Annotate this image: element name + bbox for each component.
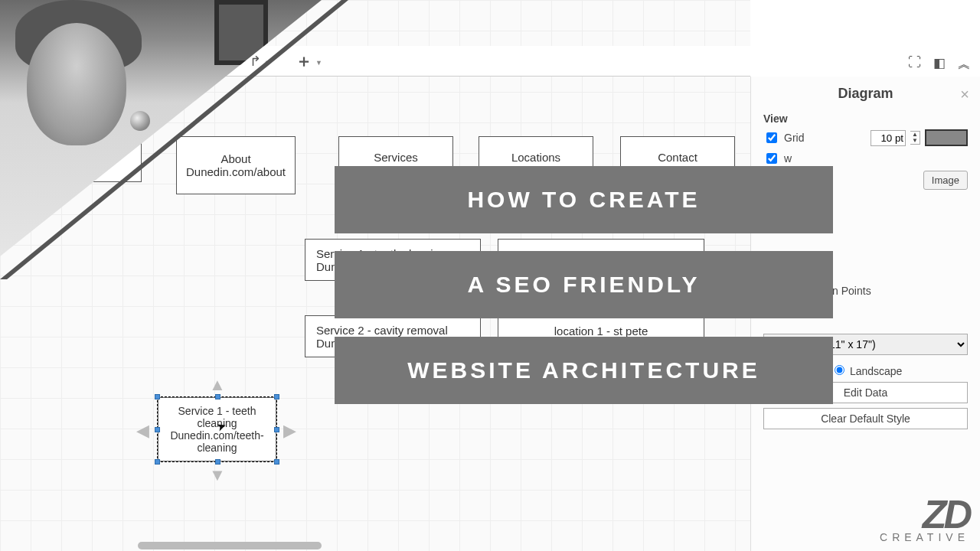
title-line-2: A SEO FRIENDLY: [468, 272, 701, 298]
resize-handle-sw[interactable]: [155, 459, 160, 465]
clear-style-button[interactable]: Clear Default Style: [763, 408, 968, 429]
toolbar-right: ⛶ ◧ ︽: [905, 54, 974, 74]
node-locations-title: Locations: [485, 151, 586, 164]
grid-label: Grid: [784, 132, 804, 144]
title-strip-3: WEBSITE ARCHITECTURE: [335, 337, 833, 404]
title-line-1: HOW TO CREATE: [467, 187, 700, 213]
page-view-label: w: [784, 152, 792, 165]
node-location-1-title: location 1 - st pete: [505, 324, 697, 337]
clone-arrow-up-icon[interactable]: ▲: [209, 375, 226, 395]
node-selected-url: Dunedin.com/teeth-cleaning: [164, 429, 270, 454]
resize-handle-s[interactable]: [215, 459, 220, 465]
logo-sub: CREATIVE: [880, 531, 969, 543]
resize-handle-se[interactable]: [274, 459, 279, 465]
brand-logo: ZD CREATIVE: [880, 499, 969, 543]
landscape-text: Landscape: [850, 365, 903, 377]
insert-button[interactable]: ＋: [291, 47, 327, 76]
resize-handle-nw[interactable]: [155, 394, 160, 399]
resize-handle-e[interactable]: [274, 427, 279, 432]
node-contact-title: Contact: [627, 151, 728, 164]
fullscreen-icon[interactable]: ⛶: [905, 54, 924, 74]
view-heading: View: [763, 112, 968, 125]
clone-arrow-left-icon[interactable]: ◀: [136, 421, 149, 441]
node-about[interactable]: About Dunedin.com/about: [176, 136, 296, 194]
resize-handle-n[interactable]: [215, 394, 220, 399]
node-about-title: About: [183, 152, 289, 165]
node-service-2-title: Service 2 - cavity removal: [316, 324, 474, 337]
stepper-down-icon[interactable]: ▼: [910, 138, 920, 144]
grid-size-input[interactable]: [871, 130, 906, 146]
grid-size-stepper[interactable]: ▲ ▼: [910, 131, 920, 145]
format-panel-icon[interactable]: ◧: [930, 54, 949, 74]
grid-color-swatch[interactable]: [925, 129, 968, 146]
title-strip-2: A SEO FRIENDLY: [335, 251, 833, 318]
image-button[interactable]: Image: [923, 171, 968, 190]
title-line-3: WEBSITE ARCHITECTURE: [407, 357, 760, 383]
resize-handle-ne[interactable]: [274, 394, 279, 399]
title-strip-1: HOW TO CREATE: [335, 166, 833, 233]
clone-arrow-down-icon[interactable]: ▼: [209, 465, 226, 485]
caret-down-icon: [315, 55, 322, 67]
resize-handle-w[interactable]: [155, 427, 160, 432]
landscape-radio-label[interactable]: Landscape: [831, 363, 902, 377]
collapse-icon[interactable]: ︽: [955, 54, 974, 74]
presenter-face: [27, 23, 126, 145]
clone-arrow-right-icon[interactable]: ▶: [283, 421, 296, 441]
landscape-radio[interactable]: [835, 365, 844, 375]
grid-checkbox[interactable]: [766, 132, 777, 143]
doorknob: [130, 111, 150, 131]
node-services-title: Services: [345, 151, 446, 164]
horizontal-scrollbar[interactable]: [138, 542, 322, 549]
plus-icon: ＋: [296, 50, 312, 73]
presenter-hair: [15, 0, 142, 73]
close-icon[interactable]: ×: [960, 86, 969, 103]
page-view-checkbox[interactable]: [766, 153, 777, 164]
panel-title: Diagram: [763, 86, 968, 102]
node-about-url: Dunedin.com/about: [183, 165, 289, 178]
logo-mark: ZD: [880, 499, 969, 531]
